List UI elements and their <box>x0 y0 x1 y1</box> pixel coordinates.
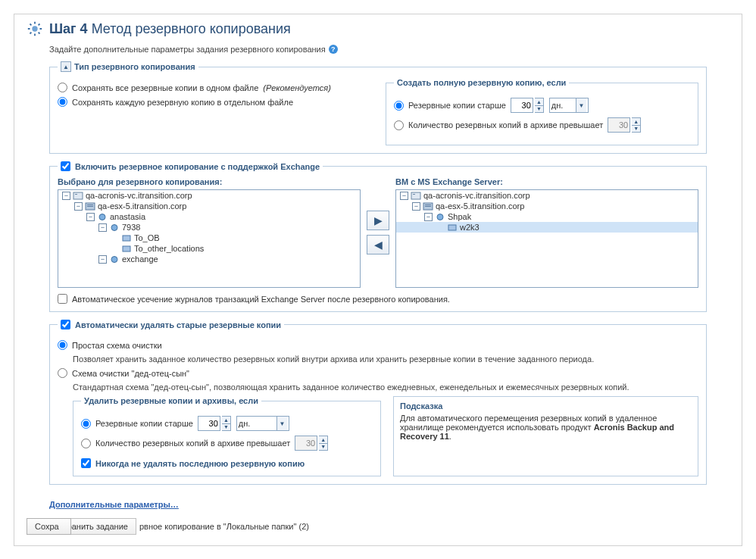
tree-toggle[interactable]: − <box>86 213 95 221</box>
truncate-logs-checkbox-row[interactable]: Автоматическое усечение журналов транзак… <box>58 294 698 304</box>
vm-icon <box>97 213 108 221</box>
vm-icon <box>435 213 445 221</box>
vm-icon <box>109 255 120 264</box>
auto-delete-enable-checkbox[interactable] <box>61 320 70 329</box>
collapse-toggle[interactable]: ▲ <box>61 61 71 72</box>
svg-rect-5 <box>87 206 93 207</box>
never-delete-last-row[interactable]: Никогда не удалять последнюю резервную к… <box>81 458 373 468</box>
svg-point-0 <box>32 26 37 31</box>
svg-rect-11 <box>411 192 420 199</box>
tree-item-label: qa-esx-5.itransition.corp <box>98 201 186 211</box>
svg-point-6 <box>99 214 105 220</box>
radio-del-older[interactable]: Резервные копии старше ▲▼ дн. ▼ <box>81 416 373 431</box>
disk-icon <box>447 223 458 232</box>
help-icon[interactable]: ? <box>329 45 338 54</box>
tree-item-label: Shpak <box>448 212 471 221</box>
tree-item[interactable]: −anastasia <box>58 211 360 222</box>
del-older-input[interactable] <box>198 416 220 431</box>
count-input[interactable] <box>608 117 630 133</box>
older-days-spinner[interactable]: ▲▼ <box>535 98 544 113</box>
radio-del-count[interactable]: Количество резервных копий в архиве прев… <box>81 436 373 451</box>
delete-rules-group: Удалить резервные копии и архивы, если Р… <box>73 396 381 476</box>
tree-item[interactable]: To_other_locations <box>58 243 360 254</box>
svg-point-16 <box>437 214 443 220</box>
svg-rect-1 <box>73 192 83 199</box>
tree-toggle[interactable]: − <box>98 255 107 264</box>
exchange-legend: Включить резервное копирование с поддерж… <box>75 162 320 171</box>
radio-fullcopy-count[interactable]: Количество резервных копий в архиве прев… <box>394 117 690 133</box>
tree-item[interactable]: −qa-esx-5.itransition.corp <box>396 201 698 211</box>
exchange-group: Включить резервное копирование с поддерж… <box>49 161 707 312</box>
tree-item[interactable]: w2k3 <box>396 222 698 233</box>
del-older-spinner[interactable]: ▲▼ <box>222 416 231 431</box>
tree-toggle[interactable]: − <box>62 192 70 200</box>
del-count-spinner[interactable]: ▲▼ <box>319 436 328 451</box>
gear-icon <box>27 20 43 37</box>
tree-item-label: qa-esx-5.itransition.corp <box>436 201 524 211</box>
chevron-down-icon: ▼ <box>276 417 287 430</box>
svg-point-7 <box>111 224 117 230</box>
save-task-button[interactable]: Сохраx <box>27 518 71 535</box>
radio-gfs-scheme[interactable]: Схема очистки "дед-отец-сын" <box>58 368 698 378</box>
tree-toggle[interactable]: − <box>98 223 107 232</box>
auto-delete-group: Автоматически удалять старые резервные к… <box>49 320 707 485</box>
never-delete-last-checkbox[interactable] <box>81 458 91 468</box>
tree-item-label: qa-acronis-vc.itransition.corp <box>423 191 530 200</box>
hint-box: Подсказка Для автоматического перемещени… <box>393 396 698 476</box>
backup-type-legend: Тип резервного копирования <box>74 62 195 71</box>
disk-icon <box>121 245 132 253</box>
move-left-button[interactable]: ◀ <box>367 235 389 255</box>
tree-item[interactable]: −Shpak <box>396 211 698 222</box>
disk-icon <box>121 234 132 242</box>
svg-rect-4 <box>87 205 93 205</box>
exchange-enable-checkbox[interactable] <box>61 161 70 171</box>
right-tree[interactable]: −qa-acronis-vc.itransition.corp−qa-esx-5… <box>395 189 698 288</box>
radio-fullcopy-older[interactable]: Резервные копии старше ▲▼ дн. ▼ <box>394 98 690 113</box>
tree-item[interactable]: −exchange <box>58 254 360 264</box>
tree-item[interactable]: −7938 <box>58 222 360 233</box>
del-count-input[interactable] <box>295 436 317 451</box>
del-older-unit-select[interactable]: дн. ▼ <box>236 416 289 431</box>
radio-simple-scheme[interactable]: Простая схема очистки <box>58 340 698 350</box>
tree-item-label: 7938 <box>122 223 140 232</box>
tree-item-label: w2k3 <box>460 223 480 232</box>
svg-rect-17 <box>448 225 456 230</box>
server-icon <box>73 192 83 200</box>
tree-item[interactable]: −qa-acronis-vc.itransition.corp <box>396 190 698 201</box>
vm-icon <box>109 223 120 232</box>
older-days-input[interactable] <box>511 98 533 113</box>
tree-toggle[interactable]: − <box>412 202 420 211</box>
tree-toggle[interactable]: − <box>424 213 433 221</box>
tree-item-label: To_OB <box>134 233 160 242</box>
delete-rules-legend: Удалить резервные копии и архивы, если <box>81 396 261 405</box>
tree-item-label: To_other_locations <box>134 244 204 253</box>
hint-text: Для автоматического перемещения резервны… <box>400 414 692 441</box>
tree-toggle[interactable]: − <box>400 192 408 200</box>
radio-single-file[interactable]: Сохранять все резервные копии в одном фа… <box>58 83 370 92</box>
left-tree[interactable]: −qa-acronis-vc.itransition.corp−qa-esx-5… <box>58 189 361 288</box>
count-spinner[interactable]: ▲▼ <box>632 117 641 133</box>
server-icon <box>411 192 421 200</box>
simple-scheme-desc: Позволяет хранить заданное количество ре… <box>73 354 698 364</box>
svg-rect-2 <box>75 194 77 195</box>
tree-toggle[interactable]: − <box>74 202 83 211</box>
chevron-down-icon: ▼ <box>576 98 586 112</box>
backup-type-group: ▲ Тип резервного копирования Сохранять в… <box>49 61 707 154</box>
tree-item[interactable]: To_OB <box>58 233 360 243</box>
move-right-button[interactable]: ▶ <box>367 211 389 230</box>
svg-rect-14 <box>425 205 431 205</box>
hint-title: Подсказка <box>400 401 692 411</box>
truncate-logs-checkbox[interactable] <box>58 294 67 304</box>
svg-point-10 <box>111 256 117 262</box>
tree-item[interactable]: −qa-esx-5.itransition.corp <box>58 201 360 211</box>
tree-item[interactable]: −qa-acronis-vc.itransition.corp <box>58 190 360 201</box>
older-unit-select[interactable]: дн. ▼ <box>549 98 589 113</box>
footer-summary: рвное копирование в "Локальные папки" (2… <box>139 522 309 531</box>
host-icon <box>85 202 95 211</box>
right-tree-title: ВМ с MS Exchange Server: <box>395 177 698 186</box>
page-title: Шаг 4 Метод резервного копирования <box>49 21 291 37</box>
radio-separate-files[interactable]: Сохранять каждую резервную копию в отдел… <box>58 97 370 107</box>
full-copy-group: Создать полную резервную копию, если Рез… <box>386 78 698 145</box>
more-params-link[interactable]: Дополнительные параметры… <box>49 500 179 509</box>
tree-item-label: qa-acronis-vc.itransition.corp <box>86 191 192 200</box>
